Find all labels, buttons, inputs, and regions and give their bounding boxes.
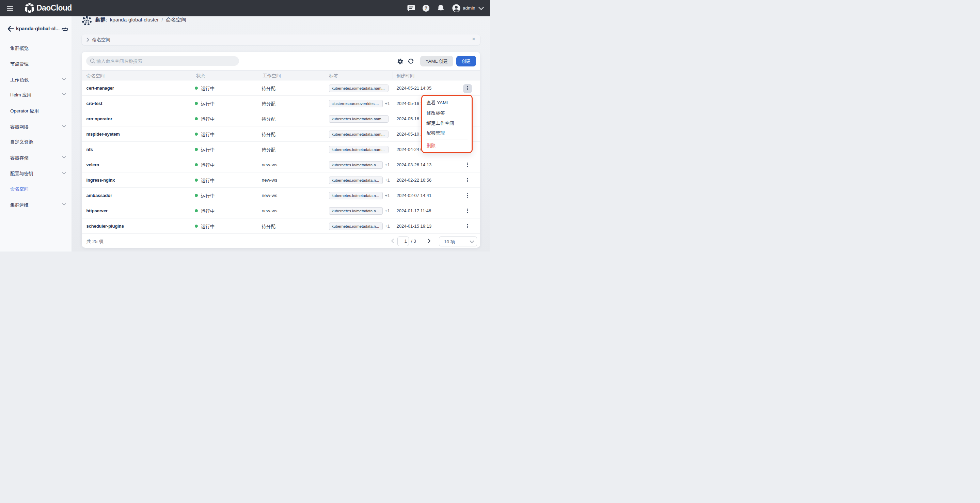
svg-text:?: ? xyxy=(425,5,428,11)
